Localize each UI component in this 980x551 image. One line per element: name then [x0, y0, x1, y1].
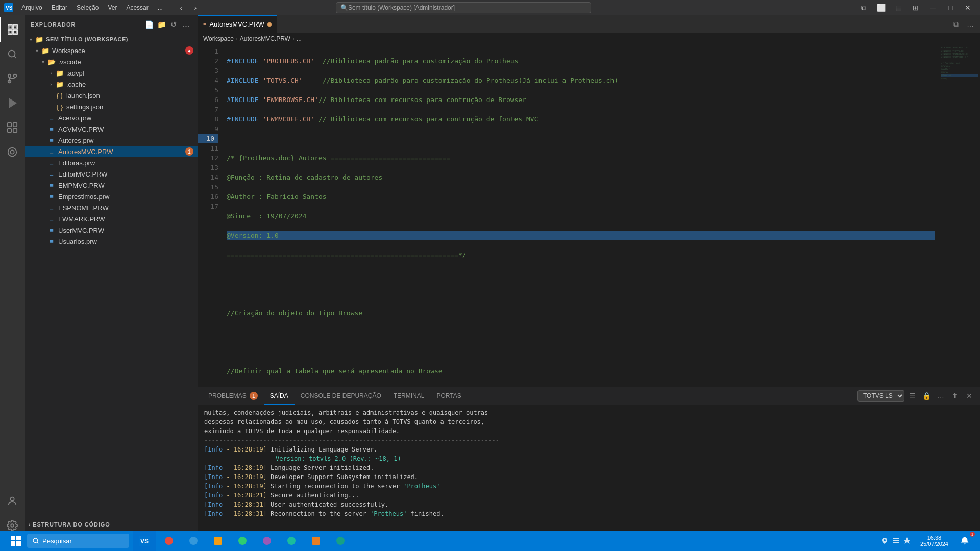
panel-more-btn[interactable]: … [934, 389, 947, 403]
panel-clear-btn[interactable]: ☰ [905, 389, 919, 403]
tree-advpl[interactable]: › 📁 .advpl [24, 67, 198, 79]
taskbar-notification[interactable]: 1 [953, 531, 976, 551]
tree-workspace[interactable]: ▾ 📁 Workspace ● [24, 45, 198, 56]
panel-tab-ports[interactable]: PORTAS [430, 387, 467, 405]
tree-usermvc[interactable]: › ≡ UserMVC.PRW [24, 224, 198, 236]
code-line-15 [227, 328, 935, 337]
tree-editoras-label: Editoras.prw [58, 159, 198, 167]
tree-arrow-launch: › [47, 93, 55, 98]
tree-autores-mvc[interactable]: › ≡ AutoresMVC.PRW 1 [24, 146, 198, 157]
tab-autores-mvc[interactable]: ≡ AutoresMVC.PRW [198, 15, 277, 33]
minimize-btn[interactable]: ─ [925, 0, 941, 15]
tree-vscode[interactable]: ▾ 📂 .vscode [24, 56, 198, 67]
taskbar-app-vscode[interactable]: VS [133, 531, 156, 551]
refresh-btn[interactable]: ↺ [169, 19, 179, 30]
taskbar-start-btn[interactable] [4, 531, 27, 551]
tree-acvmvc-label: ACVMVC.PRW [58, 126, 198, 133]
tree-autores[interactable]: › ≡ Autores.prw [24, 135, 198, 146]
collapse-btn[interactable]: … [181, 19, 191, 30]
code-line-16 [227, 347, 935, 357]
tree-arrow-acervo: › [39, 115, 47, 121]
layout-btn-4[interactable]: ⊞ [908, 0, 924, 15]
svg-point-27 [238, 537, 247, 545]
split-editor-btn[interactable]: ⧉ [949, 17, 963, 31]
code-content[interactable]: #INCLUDE 'PROTHEUS.CH' //Biblioteca padr… [223, 44, 939, 387]
new-file-btn[interactable]: 📄 [144, 19, 155, 30]
nav-back[interactable]: ‹ [175, 2, 187, 14]
tree-emprestimos[interactable]: › ≡ Emprestimos.prw [24, 191, 198, 202]
tree-workspace-root[interactable]: ▾ 📁 SEM TÍTULO (WORKSPACE) [24, 34, 198, 45]
activity-accounts[interactable] [0, 489, 24, 513]
tree-arrow-acvmvc: › [39, 127, 47, 132]
breadcrumb-file[interactable]: AutoresMVC.PRW [240, 35, 290, 42]
activitybar [0, 15, 24, 540]
activity-run[interactable] [0, 91, 24, 115]
taskbar-search[interactable]: Pesquisar [27, 534, 129, 548]
tree-settings[interactable]: › { } settings.json [24, 101, 198, 112]
tree-espnome[interactable]: › ≡ ESPNOME.PRW [24, 202, 198, 213]
maximize-btn[interactable]: □ [942, 0, 959, 15]
tree-fwmark[interactable]: › ≡ FWMARK.PRW [24, 213, 198, 224]
panel-debug-label: CONSOLE DE DEPURAÇÃO [301, 392, 381, 399]
tree-editoras[interactable]: › ≡ Editoras.prw [24, 157, 198, 168]
tree-usuarios[interactable]: › ≡ Usuarios.prw [24, 236, 198, 247]
panel-problems-label: PROBLEMAS [208, 392, 247, 399]
taskbar-right: 16:38 25/07/2024 1 [876, 531, 976, 551]
taskbar-app-4[interactable] [231, 531, 254, 551]
menu-ver[interactable]: Ver [104, 3, 121, 12]
panel-separator: ----------------------------------------… [204, 436, 974, 445]
panel-tab-terminal[interactable]: TERMINAL [387, 387, 431, 405]
taskbar-app-2[interactable] [182, 531, 205, 551]
layout-btn-2[interactable]: ⬜ [873, 0, 889, 15]
panel-maximize-btn[interactable]: ⬆ [948, 389, 962, 403]
tree-cache[interactable]: › 📁 .cache [24, 79, 198, 90]
panel-tab-output[interactable]: SAÍDA [264, 387, 295, 405]
taskbar-clock[interactable]: 16:38 25/07/2024 [917, 535, 951, 547]
workspace-folder-icon: 📁 [41, 47, 50, 55]
panel-close-btn[interactable]: ✕ [963, 389, 976, 403]
panel-tab-problems[interactable]: PROBLEMAS 1 [202, 387, 264, 405]
new-folder-btn[interactable]: 📁 [157, 19, 167, 30]
menu-selecao[interactable]: Seleção [72, 3, 103, 12]
svg-rect-13 [13, 129, 17, 132]
tree-arrow-fwmark: › [39, 216, 47, 222]
editor-area: ≡ AutoresMVC.PRW ⧉ … Workspace › Autores… [198, 15, 980, 540]
output-source-select[interactable]: TOTVS LS [857, 390, 904, 402]
tree-empmvc[interactable]: › ≡ EMPMVC.PRW [24, 180, 198, 191]
tree-acervo-label: Acervo.prw [58, 114, 198, 122]
activity-explorer[interactable] [0, 17, 24, 42]
taskbar-app-3[interactable] [207, 531, 229, 551]
nav-forward[interactable]: › [189, 2, 202, 14]
taskbar-app-6[interactable] [280, 531, 303, 551]
taskbar-app-1[interactable] [158, 531, 180, 551]
panel-tab-debug[interactable]: CONSOLE DE DEPURAÇÃO [295, 387, 387, 405]
titlebar-search[interactable]: 🔍 Sem título (Workspace) [Administrador] [336, 2, 591, 13]
activity-extensions[interactable] [0, 115, 24, 140]
layout-btn-1[interactable]: ⧉ [855, 0, 872, 15]
code-structure-section[interactable]: › ESTRUTURA DO CÓDIGO [24, 519, 198, 530]
sidebar: EXPLORADOR 📄 📁 ↺ … ▾ 📁 SEM TÍTULO (WORKS… [24, 15, 198, 540]
tree-editormvc[interactable]: › ≡ EditorMVC.PRW [24, 168, 198, 180]
breadcrumb-workspace[interactable]: Workspace [203, 35, 234, 42]
tree-acvmvc[interactable]: › ≡ ACVMVC.PRW [24, 123, 198, 135]
close-btn[interactable]: ✕ [960, 0, 976, 15]
svg-rect-18 [11, 536, 15, 540]
activity-totvs[interactable] [0, 140, 24, 164]
taskbar-app-5[interactable] [256, 531, 278, 551]
menu-editar[interactable]: Editar [47, 3, 71, 12]
taskbar-app-8[interactable] [329, 531, 352, 551]
activity-search[interactable] [0, 42, 24, 66]
layout-btn-3[interactable]: ▤ [890, 0, 906, 15]
code-editor[interactable]: 12345 6789 10 1112131415 1617 #INCLUDE '… [198, 44, 980, 387]
breadcrumb-more[interactable]: ... [297, 35, 302, 42]
menu-arquivo[interactable]: Arquivo [17, 3, 46, 12]
menu-acessar[interactable]: Acessar [122, 3, 152, 12]
more-actions-btn[interactable]: … [964, 17, 977, 31]
taskbar-app-7[interactable] [305, 531, 327, 551]
activity-git[interactable] [0, 66, 24, 91]
panel-lock-btn[interactable]: 🔒 [920, 389, 933, 403]
tree-arrow-workspace-root: ▾ [27, 37, 35, 42]
menu-more[interactable]: ... [154, 3, 167, 12]
tree-acervo[interactable]: › ≡ Acervo.prw [24, 112, 198, 123]
tree-launch[interactable]: › { } launch.json [24, 90, 198, 101]
